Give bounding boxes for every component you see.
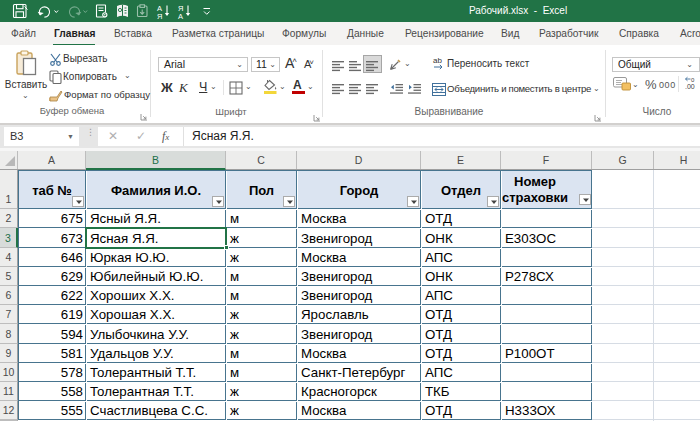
svg-text:.00: .00 — [685, 83, 695, 90]
svg-text:А: А — [178, 12, 183, 21]
svg-text:ab: ab — [433, 56, 442, 65]
svg-text:Я: Я — [157, 12, 162, 21]
svg-text:0: 0 — [691, 77, 695, 83]
